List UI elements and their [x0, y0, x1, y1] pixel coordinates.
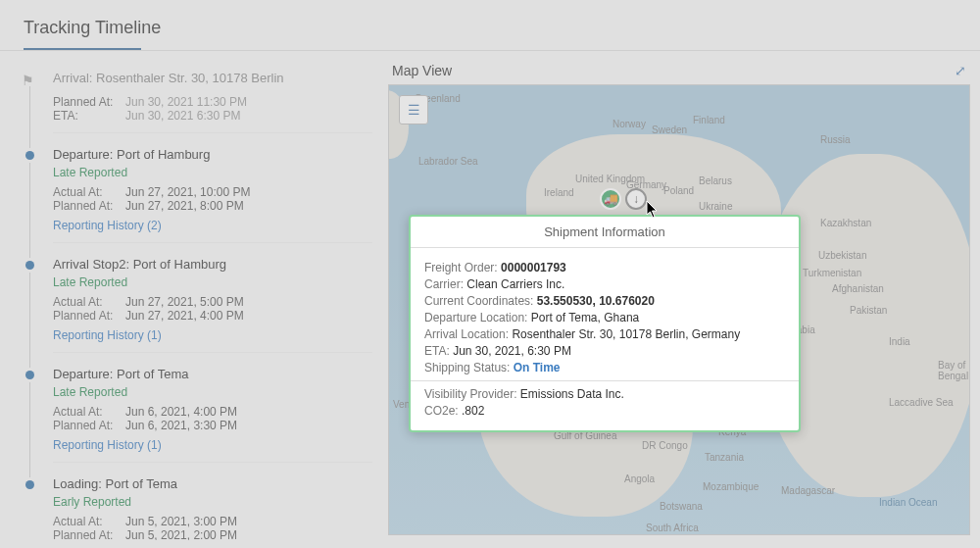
- freight-order-label: Freight Order:: [424, 261, 501, 274]
- map-label-sweden: Sweden: [652, 125, 687, 135]
- co2e-value: .802: [462, 404, 484, 418]
- truck-marker-icon: 🚚: [600, 188, 621, 210]
- download-marker-icon: ↓: [625, 188, 647, 210]
- event-title: Departure: Port of Hamburg: [53, 147, 372, 162]
- planned-value: Jun 27, 2021, 8:00 PM: [125, 199, 244, 213]
- map-label-norway: Norway: [612, 119, 646, 129]
- arr-loc-value: Rosenthaler Str. 30, 10178 Berlin, Germa…: [512, 327, 740, 341]
- map-label-angola: Angola: [624, 473, 655, 484]
- planned-value: Jun 6, 2021, 3:30 PM: [125, 419, 237, 432]
- flag-icon: ⚑: [22, 73, 34, 88]
- map-label-tanzania: Tanzania: [705, 452, 744, 463]
- reporting-history-link[interactable]: Reporting History (1): [53, 328, 162, 342]
- dot-icon: [25, 151, 34, 160]
- map-label-botswana: Botswana: [660, 501, 703, 512]
- planned-value: Jun 27, 2021, 4:00 PM: [125, 309, 244, 323]
- map-label-belarus: Belarus: [699, 175, 732, 186]
- map-label-ireland: Ireland: [544, 187, 574, 198]
- map-label-pakistan: Pakistan: [850, 305, 887, 316]
- map-marker[interactable]: 🚚 ↓: [600, 188, 647, 210]
- map-label-russia: Russia: [820, 134, 851, 145]
- dot-icon: [25, 480, 34, 489]
- reporting-history-link[interactable]: Reporting History (1): [53, 438, 162, 452]
- map-label-afghanistan: Afghanistan: [832, 283, 884, 294]
- carrier-value: Clean Carriers Inc.: [466, 277, 564, 291]
- event-title: Departure: Port of Tema: [53, 367, 372, 381]
- planned-value: Jun 5, 2021, 2:00 PM: [125, 528, 237, 540]
- map-label-finland: Finland: [693, 115, 725, 125]
- reporting-history-link[interactable]: Reporting History (2): [53, 219, 162, 232]
- coords-label: Current Coordinates:: [424, 294, 537, 308]
- status-badge: Late Reported: [53, 166, 372, 179]
- map-label-labrador: Labrador Sea: [418, 156, 478, 167]
- status-badge: Late Reported: [53, 385, 372, 399]
- freight-order-value: 0000001793: [501, 261, 566, 274]
- map-label-mozambique: Mozambique: [703, 481, 759, 492]
- map-label-drc: DR Congo: [642, 440, 688, 451]
- carrier-label: Carrier:: [424, 277, 466, 291]
- dot-icon: [25, 371, 34, 379]
- eta-label: ETA:: [53, 109, 125, 123]
- timeline-event-arrival-hamburg[interactable]: Arrival Stop2: Port of Hamburg Late Repo…: [53, 257, 372, 353]
- actual-label: Actual At:: [53, 185, 125, 199]
- co2e-label: CO2e:: [424, 404, 462, 418]
- page-title: Tracking Timeline: [0, 0, 980, 48]
- planned-value: Jun 30, 2021 11:30 PM: [125, 95, 247, 109]
- map-label-madagascar: Madagascar: [781, 485, 835, 496]
- map-label-bengal: Bay of Bengal: [938, 360, 969, 381]
- actual-label: Actual At:: [53, 515, 125, 528]
- event-title: Loading: Port of Tema: [53, 476, 372, 491]
- arr-loc-label: Arrival Location:: [424, 327, 512, 341]
- visibility-label: Visibility Provider:: [424, 387, 520, 401]
- shipment-info-popup: Shipment Information Freight Order: 0000…: [409, 215, 801, 432]
- map-label-turkmenistan: Turkmenistan: [803, 268, 861, 278]
- actual-label: Actual At:: [53, 405, 125, 419]
- popup-title: Shipment Information: [411, 217, 799, 248]
- map-canvas[interactable]: Greenland Labrador Sea Norway Sweden Fin…: [388, 84, 970, 535]
- map-label-uzbekistan: Uzbekistan: [818, 250, 866, 261]
- actual-value: Jun 27, 2021, 5:00 PM: [125, 295, 244, 309]
- status-badge: Late Reported: [53, 275, 372, 289]
- planned-label: Planned At:: [53, 95, 125, 109]
- map-label-poland: Poland: [663, 185, 694, 196]
- actual-label: Actual At:: [53, 295, 125, 309]
- timeline-event-loading-tema[interactable]: Loading: Port of Tema Early Reported Act…: [53, 476, 372, 540]
- map-label-southafrica: South Africa: [646, 523, 699, 533]
- map-title: Map View: [392, 63, 452, 78]
- map-label-kazakhstan: Kazakhstan: [820, 218, 871, 228]
- coords-value: 53.550530, 10.676020: [537, 294, 655, 308]
- list-icon: ☰: [408, 102, 420, 118]
- planned-label: Planned At:: [53, 419, 125, 432]
- map-list-button[interactable]: ☰: [399, 95, 428, 125]
- event-title: Arrival Stop2: Port of Hamburg: [53, 257, 372, 272]
- timeline-panel: ⚑ Arrival: Rosenthaler Str. 30, 10178 Be…: [0, 51, 382, 540]
- map-label-lacc: Laccadive Sea: [889, 397, 954, 408]
- planned-label: Planned At:: [53, 199, 125, 213]
- status-badge: Early Reported: [53, 495, 372, 509]
- eta-value: Jun 30, 2021 6:30 PM: [125, 109, 240, 123]
- map-label-ukraine: Ukraine: [699, 201, 732, 212]
- dep-loc-label: Departure Location:: [424, 311, 531, 324]
- cursor-icon: [646, 201, 660, 222]
- actual-value: Jun 5, 2021, 3:00 PM: [125, 515, 237, 528]
- event-title: Arrival: Rosenthaler Str. 30, 10178 Berl…: [53, 71, 372, 85]
- timeline-event-departure-tema[interactable]: Departure: Port of Tema Late Reported Ac…: [53, 367, 372, 463]
- actual-value: Jun 27, 2021, 10:00 PM: [125, 185, 250, 199]
- planned-label: Planned At:: [53, 528, 125, 540]
- status-value: On Time: [514, 361, 561, 374]
- status-label: Shipping Status:: [424, 361, 514, 374]
- actual-value: Jun 6, 2021, 4:00 PM: [125, 405, 237, 419]
- timeline-event-departure-hamburg[interactable]: Departure: Port of Hamburg Late Reported…: [53, 147, 372, 243]
- map-panel: Map View ⤢ Greenland Labrador Sea Norway…: [382, 51, 980, 540]
- map-label-india: India: [889, 336, 910, 347]
- visibility-value: Emissions Data Inc.: [520, 387, 624, 401]
- expand-icon[interactable]: ⤢: [955, 63, 966, 78]
- timeline-event-arrival[interactable]: ⚑ Arrival: Rosenthaler Str. 30, 10178 Be…: [53, 71, 372, 133]
- dot-icon: [25, 261, 34, 270]
- planned-label: Planned At:: [53, 309, 125, 323]
- map-label-indianocean: Indian Ocean: [879, 497, 938, 508]
- dep-loc-value: Port of Tema, Ghana: [531, 311, 640, 324]
- eta-label: ETA:: [424, 344, 453, 358]
- eta-value: Jun 30, 2021, 6:30 PM: [453, 344, 571, 358]
